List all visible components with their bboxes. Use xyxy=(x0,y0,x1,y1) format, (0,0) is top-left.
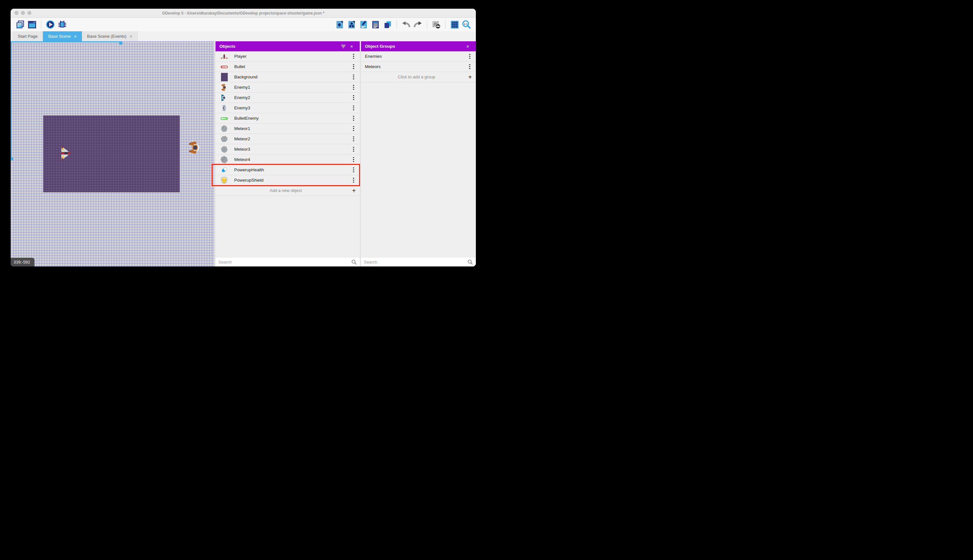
tab-base-scene-events[interactable]: Base Scene (Events) × xyxy=(82,31,138,41)
add-object-row[interactable]: Add a new object + xyxy=(215,185,360,196)
kebab-menu-icon[interactable] xyxy=(467,53,473,60)
object-row-background[interactable]: Background xyxy=(215,72,360,82)
kebab-menu-icon[interactable] xyxy=(351,125,357,133)
object-groups-search-bar xyxy=(361,257,476,267)
object-row-meteor1[interactable]: Meteor1 xyxy=(215,123,360,134)
gdevelop-window: GDevelop 5 - /Users/dkarakay/Documents/G… xyxy=(11,9,476,267)
horizontal-scrollbar-thumb[interactable] xyxy=(119,41,123,45)
horizontal-scrollbar[interactable] xyxy=(11,41,121,42)
object-row-meteor3[interactable]: Meteor3 xyxy=(215,144,360,155)
tab-bar: Start Page Base Scene × Base Scene (Even… xyxy=(11,31,476,41)
objects-panel: Objects × Player xyxy=(215,41,360,267)
object-name: Enemy3 xyxy=(234,105,351,110)
close-panel-icon[interactable]: × xyxy=(463,43,472,49)
objects-search-bar xyxy=(215,257,360,267)
object-name: PowerupHealth xyxy=(234,167,351,172)
tab-label: Start Page xyxy=(18,34,37,39)
properties-panel-button[interactable] xyxy=(359,20,368,29)
kebab-menu-icon[interactable] xyxy=(351,63,357,71)
toggle-mask-button[interactable] xyxy=(432,20,441,29)
object-row-enemy3[interactable]: Enemy3 xyxy=(215,103,360,113)
object-row-player[interactable]: Player xyxy=(215,51,360,62)
toggle-grid-button[interactable] xyxy=(450,20,460,29)
vertical-scrollbar[interactable] xyxy=(11,41,12,159)
player-ship-instance[interactable] xyxy=(60,145,72,161)
object-row-bulletenemy[interactable]: BulletEnemy xyxy=(215,113,360,123)
objects-search-input[interactable] xyxy=(218,260,352,265)
object-row-poweruphealth[interactable]: PowerupHealth xyxy=(215,165,360,175)
kebab-menu-icon[interactable] xyxy=(351,94,357,102)
kebab-menu-icon[interactable] xyxy=(351,83,357,91)
objects-panel-empty-area xyxy=(215,196,360,257)
tab-base-scene[interactable]: Base Scene × xyxy=(43,31,82,41)
kebab-menu-icon[interactable] xyxy=(351,115,357,122)
object-row-meteor2[interactable]: Meteor2 xyxy=(215,134,360,144)
kebab-menu-icon[interactable] xyxy=(351,104,357,112)
window-title: GDevelop 5 - /Users/dkarakay/Documents/G… xyxy=(11,9,476,18)
object-row-bullet[interactable]: Bullet xyxy=(215,62,360,72)
scene-canvas[interactable]: 339;-592 xyxy=(11,41,214,267)
meteor-icon xyxy=(220,135,228,143)
object-name: Meteor4 xyxy=(234,157,351,162)
object-row-enemy2[interactable]: Enemy2 xyxy=(215,93,360,103)
zoom-original-button[interactable]: 1:1 xyxy=(462,20,472,29)
object-groups-panel-header: Object Groups × xyxy=(361,41,476,51)
objects-panel-header: Objects × xyxy=(215,41,360,51)
tab-label: Base Scene (Events) xyxy=(87,34,127,39)
object-groups-search-input[interactable] xyxy=(364,260,468,265)
scene-window-icon xyxy=(28,20,37,29)
toolbar-separator xyxy=(427,20,427,29)
instances-list-button[interactable] xyxy=(371,20,380,29)
shield-icon xyxy=(220,176,228,185)
tab-close-icon[interactable]: × xyxy=(74,34,77,39)
toggle-objects-panel-button[interactable] xyxy=(335,20,345,29)
start-page-button[interactable] xyxy=(27,20,37,29)
kebab-menu-icon[interactable] xyxy=(467,63,473,71)
kebab-menu-icon[interactable] xyxy=(351,166,357,174)
meteor-icon xyxy=(220,145,228,153)
kebab-menu-icon[interactable] xyxy=(351,73,357,81)
zoom-ratio-label: 1:1 xyxy=(464,23,468,25)
toolbar-separator xyxy=(397,20,397,29)
group-row-enemies[interactable]: Enemies xyxy=(361,51,476,62)
kebab-menu-icon[interactable] xyxy=(351,177,357,184)
filter-icon[interactable] xyxy=(339,45,347,48)
object-row-powerupshield[interactable]: PowerupShield xyxy=(215,175,360,185)
tab-close-icon[interactable]: × xyxy=(130,34,132,39)
search-icon xyxy=(352,259,357,265)
toggle-object-groups-panel-button[interactable] xyxy=(347,20,357,29)
add-group-row[interactable]: Click to add a group + xyxy=(361,72,476,82)
play-preview-button[interactable] xyxy=(45,20,55,29)
object-name: PowerupShield xyxy=(234,178,351,183)
objects-panel-title: Objects xyxy=(219,44,339,49)
enemy-ship-instance[interactable] xyxy=(189,140,201,155)
object-groups-panel: Object Groups × Enemies Meteors Click to… xyxy=(361,41,476,267)
kebab-menu-icon[interactable] xyxy=(351,156,357,163)
zoom-1to1-icon: 1:1 xyxy=(462,20,471,29)
kebab-menu-icon[interactable] xyxy=(351,145,357,153)
health-pill-icon xyxy=(220,166,228,174)
layers-panel-button[interactable] xyxy=(383,20,392,29)
object-name: Enemy1 xyxy=(234,85,351,90)
title-bar: GDevelop 5 - /Users/dkarakay/Documents/G… xyxy=(11,9,476,18)
plus-icon[interactable]: + xyxy=(468,74,472,80)
object-groups-empty-area xyxy=(361,82,476,257)
group-row-meteors[interactable]: Meteors xyxy=(361,62,476,72)
kebab-menu-icon[interactable] xyxy=(351,53,357,60)
cursor-coordinates-badge: 339;-592 xyxy=(11,258,35,267)
plus-icon[interactable]: + xyxy=(352,187,356,194)
properties-icon xyxy=(359,20,368,29)
redo-button[interactable] xyxy=(413,20,423,29)
undo-button[interactable] xyxy=(401,20,411,29)
kebab-menu-icon[interactable] xyxy=(351,135,357,143)
tab-start-page[interactable]: Start Page xyxy=(13,31,43,41)
object-row-enemy1[interactable]: Enemy1 xyxy=(215,82,360,93)
tab-label: Base Scene xyxy=(48,34,71,39)
close-panel-icon[interactable]: × xyxy=(347,43,356,49)
object-row-meteor4[interactable]: Meteor4 xyxy=(215,155,360,165)
debug-button[interactable] xyxy=(57,20,67,29)
player-ship-icon xyxy=(220,52,228,61)
project-manager-button[interactable] xyxy=(15,20,25,29)
red-bullet-icon xyxy=(220,63,228,71)
vertical-scrollbar-thumb[interactable] xyxy=(11,157,13,161)
